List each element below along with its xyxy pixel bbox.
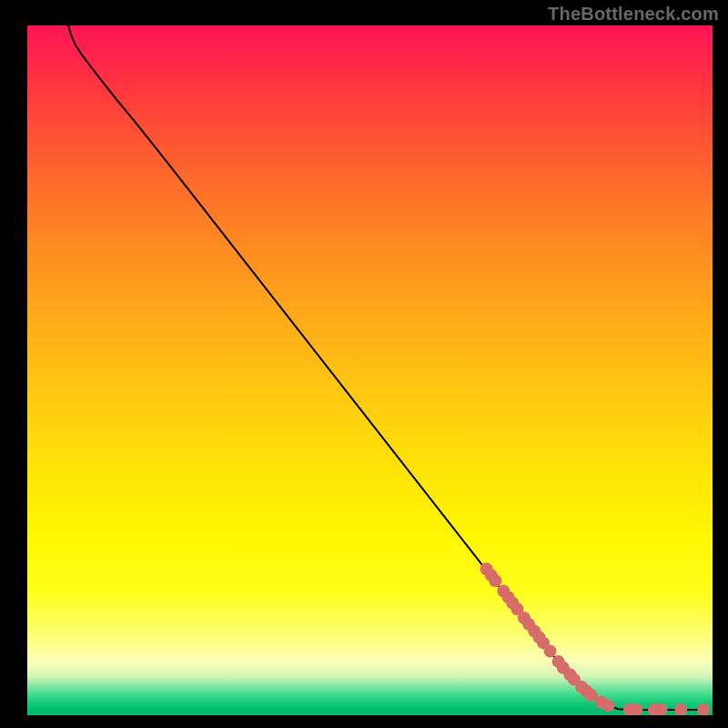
data-marker (697, 703, 710, 715)
data-markers (480, 562, 711, 715)
chart-overlay (27, 25, 713, 715)
attribution-text: TheBottleneck.com (548, 4, 719, 25)
data-marker (544, 645, 557, 658)
chart-frame: TheBottleneck.com (0, 0, 728, 728)
curve-line (68, 25, 705, 710)
data-marker (489, 574, 501, 587)
data-marker (602, 699, 615, 712)
curve-path (68, 25, 705, 710)
plot-area (27, 25, 713, 715)
data-marker (674, 703, 687, 715)
